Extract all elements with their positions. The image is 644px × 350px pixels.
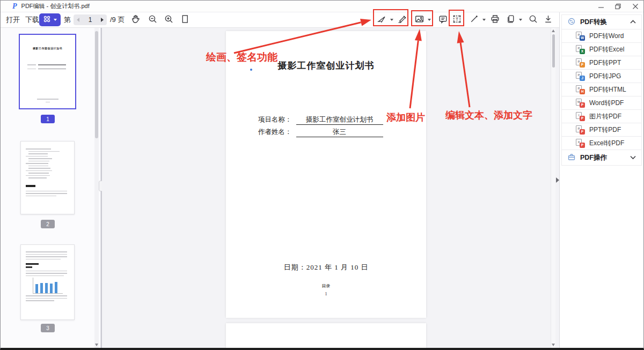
document-scrollbar[interactable] bbox=[551, 28, 555, 348]
word-to-pdf-icon: WP bbox=[576, 99, 585, 108]
image-to-pdf-icon: IP bbox=[576, 112, 585, 121]
menu-item-label: Excel转PDF bbox=[589, 139, 624, 148]
line-tool-button[interactable] bbox=[467, 12, 480, 27]
menu-item-ppt-to-pdf[interactable]: PP PPT转PDF bbox=[562, 123, 641, 137]
close-button[interactable] bbox=[632, 3, 639, 10]
doc-page-number: 1 bbox=[226, 292, 426, 296]
menu-item-pdf-to-excel[interactable]: PX PDF转Excel bbox=[562, 43, 641, 56]
hand-tool-button[interactable] bbox=[128, 12, 142, 27]
edit-text-button[interactable]: T bbox=[450, 12, 463, 27]
zoom-out-icon bbox=[148, 14, 158, 26]
download-icon bbox=[543, 14, 553, 26]
section-label: PDF转换 bbox=[580, 18, 607, 27]
open-button[interactable]: 打开 bbox=[4, 12, 22, 27]
chevron-up-icon bbox=[630, 18, 636, 26]
section-pdf-convert[interactable]: PDF转换 bbox=[562, 15, 641, 29]
draw-tool-dropdown[interactable] bbox=[389, 12, 395, 27]
menu-item-pdf-to-word[interactable]: PW PDF转Word bbox=[562, 29, 641, 43]
previous-page-icon[interactable] bbox=[77, 18, 79, 22]
current-page-input[interactable]: 1 bbox=[89, 16, 92, 24]
page-badge-2[interactable]: 2 bbox=[41, 220, 55, 228]
app-logo-icon: P bbox=[12, 2, 17, 11]
doc-field-label: 作者姓名： bbox=[258, 128, 292, 137]
page-navigator: 1 bbox=[74, 14, 107, 25]
doc-field-value: 摄影工作室创业计划书 bbox=[296, 115, 383, 125]
document-canvas[interactable]: 摄影工作室创业计划书 项目名称： 摄影工作室创业计划书 作者姓名： 张三 日期：… bbox=[102, 28, 551, 348]
convert-icon bbox=[567, 17, 576, 27]
thumbnail-page-2[interactable] bbox=[20, 141, 75, 214]
menu-item-label: PDF转HTML bbox=[589, 85, 626, 94]
chevron-down-icon bbox=[54, 19, 57, 21]
minimize-button[interactable] bbox=[597, 3, 605, 10]
insert-image-dropdown[interactable] bbox=[426, 12, 433, 27]
line-tool-dropdown[interactable] bbox=[481, 12, 487, 27]
scroll-down-icon[interactable] bbox=[552, 344, 555, 346]
scroll-up-icon[interactable] bbox=[552, 29, 555, 32]
thumbnail-view-button[interactable] bbox=[39, 13, 61, 26]
zoom-in-icon bbox=[164, 14, 174, 26]
printer-icon bbox=[490, 14, 500, 26]
page-badge-1[interactable]: 1 bbox=[41, 115, 55, 123]
draw-tool-button[interactable] bbox=[375, 12, 388, 27]
download-button[interactable]: 下载 bbox=[23, 12, 41, 27]
pdf-editor-window: P PDF编辑 - 创业计划书.pdf 打开 下载 第 1 /9 页 bbox=[0, 0, 644, 350]
save-download-button[interactable] bbox=[541, 12, 554, 27]
image-icon bbox=[414, 14, 425, 26]
print-button[interactable] bbox=[488, 12, 502, 27]
menu-item-label: PPT转PDF bbox=[589, 125, 621, 135]
menu-item-image-to-pdf[interactable]: IP 图片转PDF bbox=[562, 110, 641, 123]
ink-dot-annotation[interactable] bbox=[250, 69, 252, 71]
menu-item-label: 图片转PDF bbox=[589, 112, 621, 121]
pdf-page-1[interactable]: 摄影工作室创业计划书 项目名称： 摄影工作室创业计划书 作者姓名： 张三 日期：… bbox=[226, 31, 426, 318]
thumbnail-scrollbar[interactable] bbox=[94, 28, 99, 348]
pdf-to-ppt-icon: PP bbox=[576, 58, 585, 68]
chevron-down-icon bbox=[630, 154, 636, 161]
next-page-icon[interactable] bbox=[101, 18, 104, 22]
signature-tool-button[interactable] bbox=[396, 12, 408, 27]
menu-item-pdf-to-html[interactable]: PH PDF转HTML bbox=[562, 83, 641, 96]
conversion-panel: PDF转换 PW PDF转Word PX PDF转Excel PP PDF转PP… bbox=[559, 12, 644, 348]
zoom-out-button[interactable] bbox=[145, 12, 159, 27]
page-badge-3[interactable]: 3 bbox=[41, 324, 55, 332]
menu-item-label: PDF转Excel bbox=[589, 45, 624, 54]
menu-item-excel-to-pdf[interactable]: XP Excel转PDF bbox=[562, 137, 641, 150]
comment-icon bbox=[438, 14, 448, 26]
line-icon bbox=[469, 14, 479, 26]
pages-copy-button[interactable] bbox=[504, 12, 517, 27]
insert-image-button[interactable] bbox=[413, 12, 426, 27]
window-title: PDF编辑 - 创业计划书.pdf bbox=[21, 2, 90, 10]
ppt-to-pdf-icon: PP bbox=[576, 125, 585, 135]
single-page-view-button[interactable] bbox=[178, 12, 192, 27]
menu-item-pdf-to-ppt[interactable]: PP PDF转PPT bbox=[562, 56, 641, 70]
restore-button[interactable] bbox=[614, 3, 622, 10]
search-icon bbox=[528, 14, 538, 26]
chevron-down-icon bbox=[519, 19, 522, 21]
thumbnail-page-3[interactable] bbox=[20, 244, 75, 320]
titlebar: P PDF编辑 - 创业计划书.pdf bbox=[1, 1, 643, 12]
menu-item-label: Word转PDF bbox=[589, 99, 624, 108]
doc-toc-label: 目录 bbox=[226, 283, 426, 289]
pdf-to-html-icon: PH bbox=[576, 85, 585, 94]
section-pdf-operate[interactable]: PDF操作 bbox=[562, 150, 641, 166]
copy-pages-icon bbox=[506, 14, 516, 26]
page-view-icon bbox=[180, 14, 190, 26]
briefcase-icon bbox=[567, 153, 576, 163]
comment-button[interactable] bbox=[436, 12, 449, 27]
pen-draw-icon bbox=[377, 14, 387, 26]
pdf-to-jpg-icon: PJ bbox=[576, 72, 585, 81]
search-button[interactable] bbox=[526, 12, 539, 27]
menu-item-word-to-pdf[interactable]: WP Word转PDF bbox=[562, 96, 641, 110]
pages-copy-dropdown[interactable] bbox=[517, 12, 524, 27]
zoom-in-button[interactable] bbox=[162, 12, 175, 27]
toolbar: 打开 下载 第 1 /9 页 bbox=[1, 12, 559, 28]
menu-item-label: PDF转PPT bbox=[589, 58, 621, 68]
section-label: PDF操作 bbox=[580, 153, 607, 162]
menu-item-pdf-to-jpg[interactable]: PJ PDF转JPG bbox=[562, 70, 641, 83]
svg-text:T: T bbox=[455, 16, 458, 21]
pdf-page-2[interactable] bbox=[226, 323, 426, 348]
doc-field-value: 张三 bbox=[296, 128, 383, 137]
thumbnail-page-1[interactable]: 摄影工作室创业计划书 bbox=[19, 34, 76, 109]
chevron-down-icon bbox=[482, 19, 486, 21]
thumbnail-scroll-down-icon[interactable] bbox=[95, 344, 98, 346]
page-label-prefix: 第 bbox=[64, 12, 71, 27]
